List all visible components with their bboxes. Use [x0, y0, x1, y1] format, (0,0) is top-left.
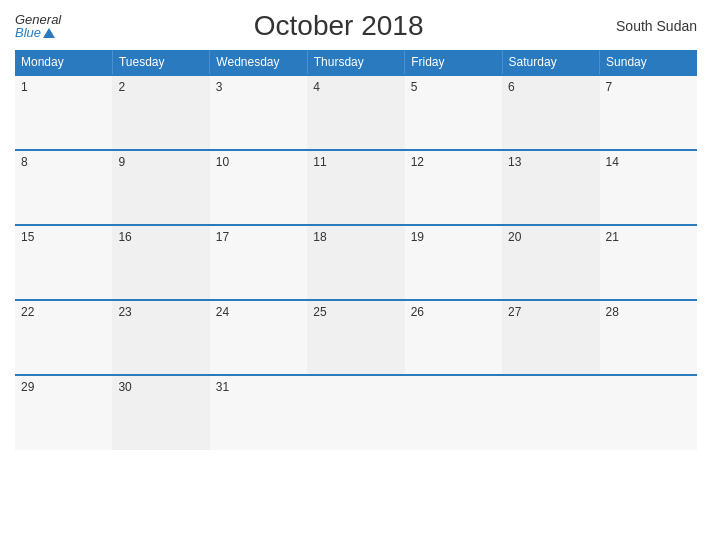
day-5: 5 [405, 75, 502, 150]
day-empty-2 [405, 375, 502, 450]
logo: General Blue [15, 13, 61, 39]
day-11: 11 [307, 150, 404, 225]
day-22: 22 [15, 300, 112, 375]
logo-triangle-icon [43, 28, 55, 38]
week-row-5: 29 30 31 [15, 375, 697, 450]
day-27: 27 [502, 300, 599, 375]
header-friday: Friday [405, 50, 502, 75]
week-row-2: 8 9 10 11 12 13 14 [15, 150, 697, 225]
day-empty-3 [502, 375, 599, 450]
day-3: 3 [210, 75, 307, 150]
day-9: 9 [112, 150, 209, 225]
day-10: 10 [210, 150, 307, 225]
day-14: 14 [600, 150, 697, 225]
day-1: 1 [15, 75, 112, 150]
day-7: 7 [600, 75, 697, 150]
day-28: 28 [600, 300, 697, 375]
calendar-table: Monday Tuesday Wednesday Thursday Friday… [15, 50, 697, 450]
country-name: South Sudan [616, 18, 697, 34]
day-empty-4 [600, 375, 697, 450]
day-6: 6 [502, 75, 599, 150]
header-thursday: Thursday [307, 50, 404, 75]
day-header-row: Monday Tuesday Wednesday Thursday Friday… [15, 50, 697, 75]
header-wednesday: Wednesday [210, 50, 307, 75]
day-29: 29 [15, 375, 112, 450]
day-13: 13 [502, 150, 599, 225]
calendar-title: October 2018 [61, 10, 616, 42]
day-4: 4 [307, 75, 404, 150]
calendar-header: General Blue October 2018 South Sudan [15, 10, 697, 42]
header-tuesday: Tuesday [112, 50, 209, 75]
day-12: 12 [405, 150, 502, 225]
header-monday: Monday [15, 50, 112, 75]
header-saturday: Saturday [502, 50, 599, 75]
week-row-1: 1 2 3 4 5 6 7 [15, 75, 697, 150]
day-25: 25 [307, 300, 404, 375]
day-18: 18 [307, 225, 404, 300]
day-26: 26 [405, 300, 502, 375]
calendar-container: General Blue October 2018 South Sudan Mo… [0, 0, 712, 550]
week-row-4: 22 23 24 25 26 27 28 [15, 300, 697, 375]
day-empty-1 [307, 375, 404, 450]
day-17: 17 [210, 225, 307, 300]
day-23: 23 [112, 300, 209, 375]
day-24: 24 [210, 300, 307, 375]
day-20: 20 [502, 225, 599, 300]
day-15: 15 [15, 225, 112, 300]
header-sunday: Sunday [600, 50, 697, 75]
day-21: 21 [600, 225, 697, 300]
day-19: 19 [405, 225, 502, 300]
day-31: 31 [210, 375, 307, 450]
day-30: 30 [112, 375, 209, 450]
logo-blue-text: Blue [15, 26, 61, 39]
day-2: 2 [112, 75, 209, 150]
week-row-3: 15 16 17 18 19 20 21 [15, 225, 697, 300]
day-16: 16 [112, 225, 209, 300]
day-8: 8 [15, 150, 112, 225]
